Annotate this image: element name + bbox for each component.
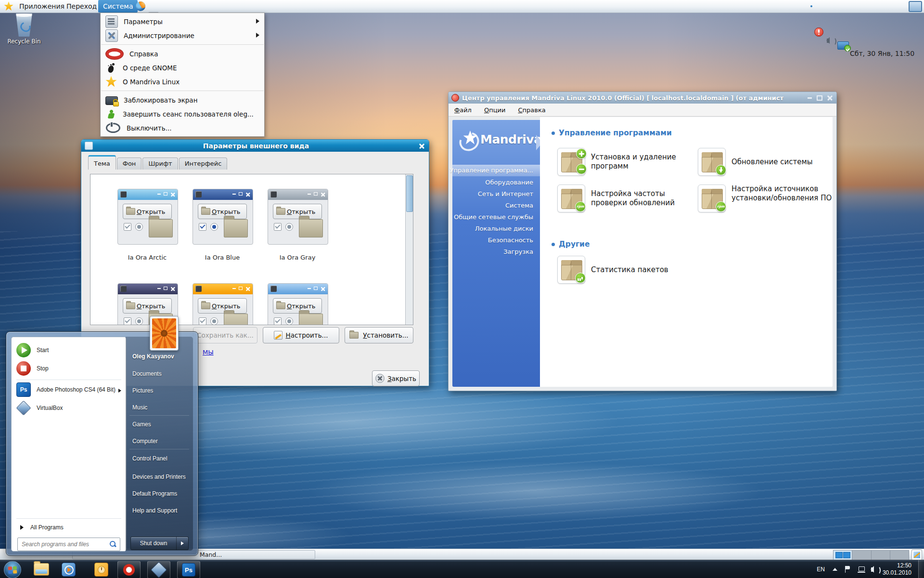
close-icon[interactable] [419,143,424,148]
shutdown-button[interactable]: Shut down [130,537,177,550]
update-system-label[interactable]: Обновление системы [732,158,840,167]
workspace-switcher[interactable] [833,550,909,560]
install-remove-software-label[interactable]: Установка и удаление программ [591,153,699,171]
mcc-titlebar[interactable]: Центр управления Mandriva Linux 2010.0 (… [449,92,836,104]
minimize-icon[interactable] [808,97,812,99]
update-frequency-icon[interactable]: rpm [557,184,585,212]
help-support-item[interactable]: Help and Support [132,507,177,514]
sidebar-item-hardware[interactable]: Оборудование [485,179,533,186]
start-item[interactable]: Start [12,341,126,359]
computer-item[interactable]: Computer [132,438,158,445]
music-item[interactable]: Music [132,404,147,411]
workspace-1[interactable] [834,551,852,560]
recycle-bin[interactable]: Recycle Bin [5,13,43,45]
show-desktop-strip[interactable] [918,560,924,578]
default-programs-item[interactable]: Default Programs [132,490,177,497]
theme-thumb-blue[interactable]: Открыть [192,189,253,245]
all-programs-button[interactable]: All Programs [12,521,126,534]
maximize-icon[interactable] [817,95,822,101]
save-as-button[interactable]: Сохранить как... [193,327,257,343]
scrollbar-thumb[interactable] [406,175,413,212]
taskbar-clock[interactable]: 12:50 30.01.2010 [883,562,911,577]
menu-help[interactable]: Справка [518,106,545,114]
sidebar-item-software[interactable]: Управление программа... [450,167,533,174]
drawer-icon[interactable] [909,1,922,12]
sidebar-item-local-disks[interactable]: Локальные диски [475,225,533,232]
network-icon[interactable] [858,566,865,573]
close-icon[interactable] [827,95,833,101]
menu-item-administration[interactable]: Администрирование [101,28,264,42]
menu-file[interactable]: Файл [454,106,472,114]
install-remove-software-icon[interactable] [557,148,585,176]
photoshop-item[interactable]: Ps Adobe Photoshop CS4 (64 Bit) [12,381,126,398]
start-orb-button[interactable] [4,561,21,578]
workspace-4[interactable] [890,551,909,560]
firefox-launcher-icon[interactable] [136,1,145,11]
menu-item-shutdown[interactable]: Выключить... [101,121,264,135]
tab-background[interactable]: Фон [117,158,142,170]
customize-button[interactable]: Настроить... [263,327,339,343]
menu-item-about-mandriva[interactable]: О Mandriva Linux [101,75,264,89]
control-panel-item[interactable]: Control Panel [132,455,167,462]
theme-list-scrollbar[interactable] [405,174,413,325]
install-button[interactable]: Установить... [345,327,413,343]
language-indicator[interactable]: EN [817,566,825,573]
places-menu[interactable]: Переход [62,0,102,13]
sidebar-item-boot[interactable]: Загрузка [503,248,533,255]
media-player-taskbar-button[interactable] [62,563,76,577]
pictures-item[interactable]: Pictures [132,387,153,394]
update-frequency-label[interactable]: Настройка частоты проверки обновлений [591,189,699,208]
shutdown-options-button[interactable] [176,537,189,550]
workspace-2[interactable] [852,551,871,560]
sidebar-item-network[interactable]: Сеть и Интернет [478,190,533,197]
virtualbox-taskbar-button[interactable] [147,561,170,578]
menu-options[interactable]: Опции [484,106,505,114]
outlook-taskbar-button[interactable] [94,563,108,577]
menu-item-about-gnome[interactable]: О среде GNOME [101,61,264,75]
theme-thumb-arctic[interactable]: Открыть [117,189,178,245]
workspace-3[interactable] [872,551,890,560]
stop-item[interactable]: Stop [12,359,126,378]
action-center-flag-icon[interactable] [845,566,851,573]
menu-item-logout[interactable]: Завершить сеанс пользователя oleg... [101,107,264,121]
panel-clock[interactable]: Сбт, 30 Янв, 11:50 [850,47,914,60]
photoshop-taskbar-button[interactable]: Ps [177,561,200,578]
mandriva-star-icon[interactable] [4,1,13,11]
menu-item-preferences[interactable]: Параметры [101,14,264,28]
appearance-titlebar[interactable]: Параметры внешнего вида [81,140,429,152]
menu-item-lock-screen[interactable]: Заблокировать экран [101,93,264,107]
theme-thumb-orange[interactable]: Открыть [192,283,253,325]
sidebar-item-system[interactable]: Система [505,202,533,209]
show-desktop-icon[interactable] [911,550,922,560]
sidebar-item-network-services[interactable]: Общие сетевые службы [454,213,533,221]
volume-icon[interactable] [827,39,830,43]
games-item[interactable]: Games [132,421,151,428]
volume-icon[interactable] [871,567,874,572]
get-themes-link[interactable]: МЫ [203,349,214,356]
explorer-taskbar-button[interactable] [34,563,49,576]
theme-thumb-gray[interactable]: Открыть [268,189,328,245]
theme-thumb-sky[interactable]: Открыть [268,283,328,325]
tab-font[interactable]: Шрифт [142,158,178,170]
search-icon[interactable] [109,540,117,548]
package-stats-label[interactable]: Статистика пакетов [591,265,699,275]
applications-menu[interactable]: Приложения [14,0,69,13]
tab-interface[interactable]: Интерфейс [179,158,228,170]
user-name-item[interactable]: Oleg Kasyanov [132,353,174,360]
updates-alert-icon[interactable] [814,27,823,37]
documents-item[interactable]: Documents [132,370,162,377]
tray-expand-icon[interactable] [833,568,837,571]
search-input[interactable] [21,540,109,548]
devices-printers-item[interactable]: Devices and Printers [132,473,186,480]
opera-taskbar-button[interactable] [117,561,141,578]
close-button[interactable]: Закрыть [372,370,420,386]
user-avatar[interactable] [150,316,179,351]
virtualbox-item[interactable]: VirtualBox [12,399,126,417]
media-sources-label[interactable]: Настройка источников установки/обновлени… [732,184,840,203]
tab-theme[interactable]: Тема [88,155,116,170]
package-stats-icon[interactable] [557,256,585,284]
sidebar-item-security[interactable]: Безопасность [488,236,533,244]
network-ok-icon[interactable] [837,41,849,50]
media-sources-icon[interactable]: rpm [698,184,726,212]
update-system-icon[interactable] [698,148,726,176]
